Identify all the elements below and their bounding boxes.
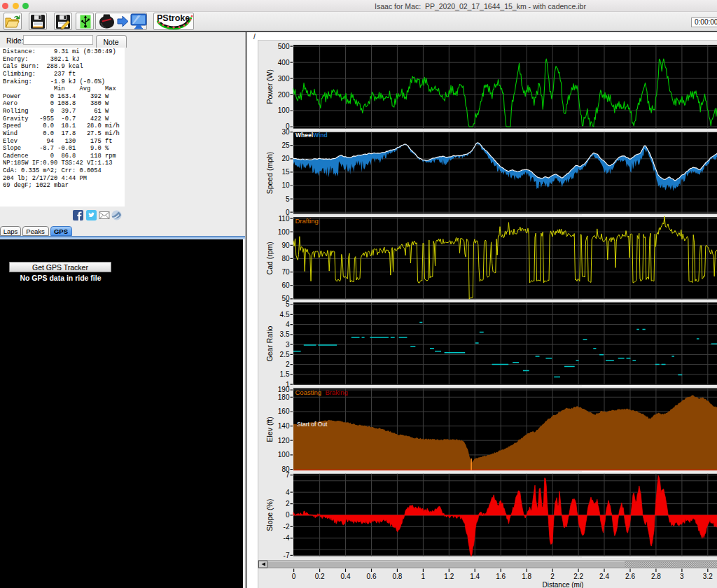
svg-text:Braking: Braking: [326, 388, 348, 396]
svg-text:100: 100: [278, 228, 290, 236]
svg-text:90: 90: [281, 241, 290, 249]
svg-text:140: 140: [278, 422, 290, 430]
svg-text:80: 80: [281, 255, 290, 262]
svg-text:0.2: 0.2: [315, 573, 325, 580]
svg-text:160: 160: [278, 407, 290, 415]
svg-text:Drafting: Drafting: [295, 217, 319, 225]
svg-text:5: 5: [286, 195, 290, 203]
svg-text:Speed (mph): Speed (mph): [265, 152, 274, 195]
svg-text:Wheel: Wheel: [295, 132, 313, 139]
svg-text:3.2: 3.2: [703, 573, 713, 580]
svg-text:25: 25: [281, 141, 290, 149]
svg-text:70: 70: [281, 268, 290, 276]
svg-text:0.4: 0.4: [341, 573, 351, 580]
svg-text:2.5: 2.5: [280, 351, 290, 358]
svg-text:500: 500: [278, 43, 290, 50]
svg-text:1.5: 1.5: [280, 370, 290, 378]
svg-text:Coasting: Coasting: [295, 388, 322, 396]
svg-text:300: 300: [278, 75, 290, 83]
svg-text:200: 200: [278, 91, 290, 99]
svg-text:1.6: 1.6: [496, 573, 506, 580]
svg-text:-4: -4: [284, 534, 290, 542]
svg-text:2.2: 2.2: [573, 573, 583, 580]
svg-text:Start of Out: Start of Out: [297, 421, 328, 428]
svg-text:400: 400: [278, 59, 290, 66]
svg-text:30: 30: [281, 128, 290, 136]
svg-text:100: 100: [278, 106, 290, 114]
svg-text:0: 0: [286, 511, 290, 519]
svg-text:60: 60: [281, 281, 290, 289]
svg-text:1.2: 1.2: [444, 573, 454, 580]
svg-text:Cad (rpm): Cad (rpm): [265, 241, 274, 274]
svg-text:2.6: 2.6: [625, 573, 635, 580]
svg-text:Elev (ft): Elev (ft): [265, 416, 274, 442]
svg-text:120: 120: [278, 437, 290, 444]
svg-text:10: 10: [281, 181, 290, 189]
svg-text:4: 4: [286, 321, 290, 328]
svg-text:3.5: 3.5: [280, 330, 290, 338]
svg-text:-2: -2: [284, 523, 290, 531]
svg-text:4: 4: [286, 489, 290, 496]
svg-text:Slope (%): Slope (%): [265, 499, 274, 531]
svg-text:Wind: Wind: [313, 132, 328, 139]
svg-text:20: 20: [281, 155, 290, 162]
svg-text:-7: -7: [284, 552, 290, 559]
svg-text:110: 110: [279, 215, 290, 223]
svg-text:Power (W): Power (W): [265, 69, 274, 104]
svg-text:7: 7: [286, 471, 290, 479]
svg-text:2.8: 2.8: [651, 573, 661, 580]
svg-text:4.5: 4.5: [280, 311, 290, 318]
svg-text:1.8: 1.8: [522, 573, 531, 580]
svg-text:Distance (mi): Distance (mi): [543, 581, 584, 588]
svg-text:190: 190: [278, 386, 290, 393]
svg-text:3: 3: [680, 573, 684, 580]
svg-text:3: 3: [286, 341, 290, 349]
svg-text:Gear Ratio: Gear Ratio: [265, 326, 274, 361]
svg-text:0: 0: [292, 573, 296, 580]
svg-text:1: 1: [422, 573, 426, 580]
svg-text:15: 15: [281, 168, 290, 176]
svg-text:2: 2: [550, 573, 555, 580]
svg-text:180: 180: [278, 393, 290, 401]
svg-text:0.6: 0.6: [367, 573, 377, 580]
svg-text:PStroke: PStroke: [157, 13, 190, 23]
svg-text:2: 2: [286, 500, 290, 507]
svg-text:0.8: 0.8: [392, 573, 402, 580]
svg-text:5: 5: [286, 300, 290, 308]
svg-text:1.4: 1.4: [470, 573, 480, 580]
svg-text:2.4: 2.4: [599, 573, 609, 580]
svg-text:100: 100: [278, 451, 290, 458]
svg-text:2: 2: [286, 360, 290, 368]
